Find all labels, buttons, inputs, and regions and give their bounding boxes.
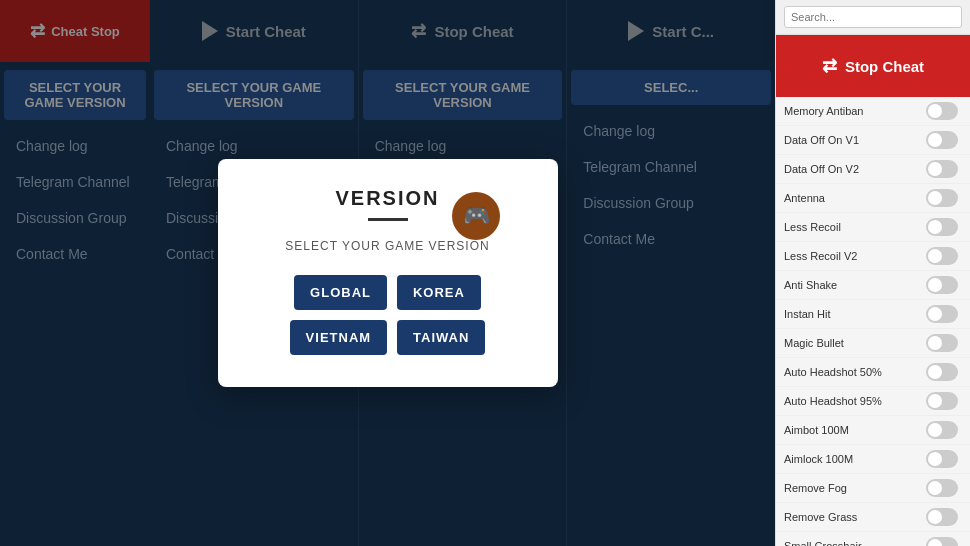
version-taiwan-button[interactable]: TAIWAN bbox=[397, 320, 485, 355]
cheat-option-row: Antenna bbox=[776, 184, 970, 213]
cheat-option-row: Data Off On V2 bbox=[776, 155, 970, 184]
cheat-option-label: Data Off On V2 bbox=[784, 163, 859, 175]
logo-icon: 🎮 bbox=[452, 192, 500, 240]
cheat-toggle-button[interactable] bbox=[926, 392, 958, 410]
cheat-option-row: Aimlock 100M bbox=[776, 445, 970, 474]
right-sidebar: ⇄ Stop Cheat Memory AntibanData Off On V… bbox=[775, 0, 970, 546]
cheat-toggle-button[interactable] bbox=[926, 102, 958, 120]
cheat-toggle-button[interactable] bbox=[926, 363, 958, 381]
cheat-options-list: Memory AntibanData Off On V1Data Off On … bbox=[776, 97, 970, 546]
cheat-option-label: Magic Bullet bbox=[784, 337, 844, 349]
cheat-option-row: Instan Hit bbox=[776, 300, 970, 329]
version-modal: VERSION SELECT YOUR GAME VERSION GLOBAL … bbox=[218, 159, 558, 387]
cheat-option-label: Remove Fog bbox=[784, 482, 847, 494]
sidebar-search-input[interactable] bbox=[784, 6, 962, 28]
cheat-option-label: Auto Headshot 95% bbox=[784, 395, 882, 407]
cheat-option-label: Memory Antiban bbox=[784, 105, 863, 117]
cheat-toggle-button[interactable] bbox=[926, 247, 958, 265]
cheat-option-label: Antenna bbox=[784, 192, 825, 204]
stop-cheat-sidebar-button[interactable]: ⇄ Stop Cheat bbox=[776, 35, 970, 97]
cheat-toggle-button[interactable] bbox=[926, 421, 958, 439]
version-vietnam-button[interactable]: VIETNAM bbox=[290, 320, 388, 355]
cheat-option-row: Auto Headshot 95% bbox=[776, 387, 970, 416]
cheat-toggle-button[interactable] bbox=[926, 508, 958, 526]
cheat-toggle-button[interactable] bbox=[926, 131, 958, 149]
cheat-option-row: Less Recoil V2 bbox=[776, 242, 970, 271]
cheat-toggle-button[interactable] bbox=[926, 479, 958, 497]
modal-divider bbox=[368, 218, 408, 221]
version-buttons-container: GLOBAL KOREA VIETNAM TAIWAN bbox=[242, 275, 534, 355]
cheat-toggle-button[interactable] bbox=[926, 537, 958, 546]
cheat-option-row: Data Off On V1 bbox=[776, 126, 970, 155]
cheat-option-label: Instan Hit bbox=[784, 308, 830, 320]
cheat-option-label: Data Off On V1 bbox=[784, 134, 859, 146]
cheat-toggle-button[interactable] bbox=[926, 276, 958, 294]
cheat-option-row: Small Crosshair bbox=[776, 532, 970, 546]
swap-icon-sidebar: ⇄ bbox=[822, 55, 837, 77]
cheat-option-row: Remove Fog bbox=[776, 474, 970, 503]
cheat-option-label: Aimbot 100M bbox=[784, 424, 849, 436]
modal-subtitle: SELECT YOUR GAME VERSION bbox=[242, 239, 534, 253]
cheat-toggle-button[interactable] bbox=[926, 334, 958, 352]
cheat-option-row: Aimbot 100M bbox=[776, 416, 970, 445]
cheat-option-label: Less Recoil V2 bbox=[784, 250, 857, 262]
cheat-option-row: Auto Headshot 50% bbox=[776, 358, 970, 387]
cheat-toggle-button[interactable] bbox=[926, 189, 958, 207]
cheat-option-label: Remove Grass bbox=[784, 511, 857, 523]
modal-overlay: 🎮 VERSION SELECT YOUR GAME VERSION GLOBA… bbox=[0, 0, 775, 546]
version-korea-button[interactable]: KOREA bbox=[397, 275, 481, 310]
version-global-button[interactable]: GLOBAL bbox=[294, 275, 387, 310]
cheat-toggle-button[interactable] bbox=[926, 218, 958, 236]
stop-cheat-sidebar-label: Stop Cheat bbox=[845, 58, 924, 75]
cheat-option-row: Anti Shake bbox=[776, 271, 970, 300]
cheat-option-label: Anti Shake bbox=[784, 279, 837, 291]
cheat-toggle-button[interactable] bbox=[926, 160, 958, 178]
cheat-option-label: Small Crosshair bbox=[784, 540, 862, 546]
cheat-option-label: Less Recoil bbox=[784, 221, 841, 233]
cheat-toggle-button[interactable] bbox=[926, 450, 958, 468]
cheat-option-label: Auto Headshot 50% bbox=[784, 366, 882, 378]
cheat-option-row: Less Recoil bbox=[776, 213, 970, 242]
cheat-toggle-button[interactable] bbox=[926, 305, 958, 323]
cheat-option-label: Aimlock 100M bbox=[784, 453, 853, 465]
cheat-option-row: Magic Bullet bbox=[776, 329, 970, 358]
cheat-option-row: Remove Grass bbox=[776, 503, 970, 532]
cheat-option-row: Memory Antiban bbox=[776, 97, 970, 126]
